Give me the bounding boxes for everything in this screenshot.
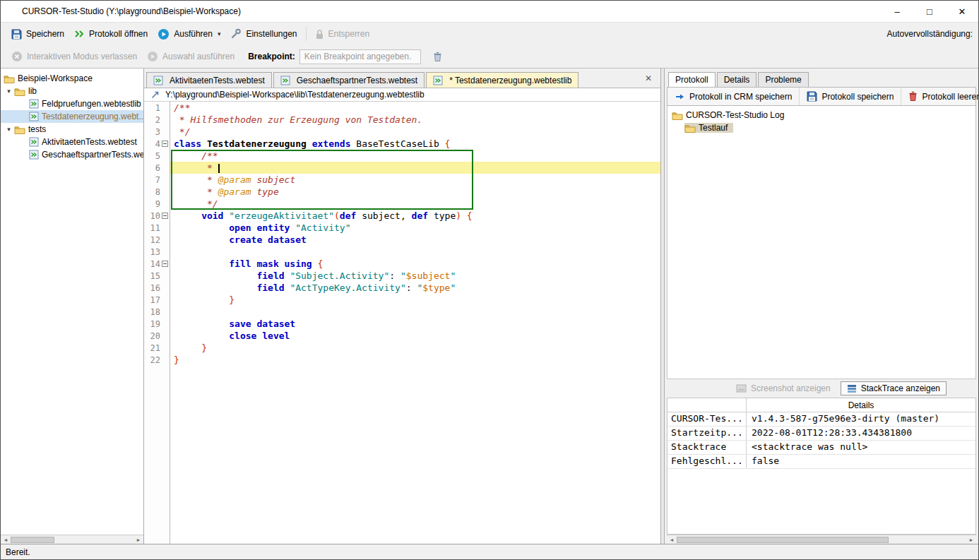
code-line-6[interactable]: *: [170, 162, 660, 174]
show-stacktrace-button[interactable]: StackTrace anzeigen: [841, 381, 947, 395]
code-line-14[interactable]: fill mask using {: [170, 258, 660, 270]
tab-probleme[interactable]: Probleme: [758, 72, 808, 87]
details-row-cursor-tes[interactable]: CURSOR-Tes...v1.4.3-587-g75e96e3-dirty (…: [668, 412, 975, 427]
clear-protocol-button[interactable]: Protokoll leeren: [901, 88, 979, 105]
run-dropdown-caret-icon[interactable]: ▾: [218, 30, 221, 37]
details-row-stacktrace[interactable]: Stacktrace<stacktrace was null>: [668, 441, 975, 455]
sidebar-item-lib[interactable]: ▾lib: [1, 85, 143, 97]
code-token: fill mask using: [174, 258, 318, 269]
delete-breakpoint-button[interactable]: [428, 49, 447, 64]
red-trash-icon: [908, 91, 918, 102]
tree-expand-arrow-icon[interactable]: ▾: [4, 126, 14, 133]
gutter-line-4[interactable]: 4: [144, 138, 170, 150]
gutter-line-19[interactable]: 19: [144, 318, 170, 330]
code-line-8[interactable]: * @param type: [170, 186, 660, 198]
gutter-line-20[interactable]: 20: [144, 330, 170, 342]
code-line-11[interactable]: open entity "Activity": [170, 222, 660, 234]
close-tab-icon[interactable]: ✕: [636, 73, 660, 83]
log-tree-item-testlauf[interactable]: Testlauf: [668, 121, 975, 134]
gutter-line-13[interactable]: 13: [144, 246, 170, 258]
save-protocol-button[interactable]: Protokoll speichern: [800, 88, 901, 105]
log-tree-item-cursor-test-studio-log[interactable]: CURSOR-Test-Studio Log: [668, 109, 975, 121]
code-line-13[interactable]: [170, 246, 660, 258]
close-button[interactable]: ✕: [946, 1, 978, 22]
tree-expand-arrow-icon[interactable]: ▾: [4, 88, 14, 95]
save-button[interactable]: Speichern: [6, 27, 69, 42]
code-line-18[interactable]: [170, 306, 660, 318]
gutter-line-21[interactable]: 21: [144, 342, 170, 354]
sidebar-item-aktivitaetentests-webtest[interactable]: AktivitaetenTests.webtest: [1, 136, 143, 148]
gutter-line-5[interactable]: 5: [144, 150, 170, 162]
gutter-line-6[interactable]: 6: [144, 162, 170, 174]
editor-tab-geschaeftspartnertests-webtest[interactable]: GeschaeftspartnerTests.webtest: [273, 72, 425, 88]
gutter-line-15[interactable]: 15: [144, 270, 170, 282]
gutter-line-22[interactable]: 22: [144, 354, 170, 366]
gutter-line-12[interactable]: 12: [144, 234, 170, 246]
fold-marker-icon[interactable]: [162, 213, 168, 219]
scrollbar-thumb[interactable]: [677, 537, 889, 543]
gutter-line-10[interactable]: 10: [144, 210, 170, 222]
code-line-10[interactable]: void "erzeugeAktivitaet"(def subject, de…: [170, 210, 660, 222]
gutter-line-3[interactable]: 3: [144, 126, 170, 138]
gutter-line-18[interactable]: 18: [144, 306, 170, 318]
gutter-line-11[interactable]: 11: [144, 222, 170, 234]
gutter-line-2[interactable]: 2: [144, 114, 170, 126]
code-line-15[interactable]: field "Subject.Activity": "$subject": [170, 270, 660, 282]
save-protocol-crm-button[interactable]: Protokoll in CRM speichern: [668, 88, 800, 105]
tab-details[interactable]: Details: [717, 72, 757, 87]
log-item[interactable]: Testlauf: [684, 123, 733, 133]
code-line-7[interactable]: * @param subject: [170, 174, 660, 186]
code-line-3[interactable]: */: [170, 126, 660, 138]
minimize-button[interactable]: –: [881, 1, 913, 22]
scrollbar-thumb[interactable]: [11, 537, 54, 543]
code-line-4[interactable]: class Testdatenerzeugung extends BaseTes…: [170, 138, 660, 150]
gutter-line-14[interactable]: 14: [144, 258, 170, 270]
editor-tab-testdatenerzeugung-webtestlib[interactable]: * Testdatenerzeugung.webtestlib: [426, 72, 578, 88]
gutter-line-7[interactable]: 7: [144, 174, 170, 186]
line-number: 8: [144, 187, 162, 197]
code-area[interactable]: /** * Hilfsmethoden zur Erzeugung von Te…: [170, 102, 660, 544]
details-horizontal-scrollbar[interactable]: ◄ ►: [667, 535, 976, 544]
gutter-line-17[interactable]: 17: [144, 294, 170, 306]
sidebar-horizontal-scrollbar[interactable]: ◄ ►: [1, 535, 143, 544]
details-row-startzeitp[interactable]: Startzeitp...2022-08-01T12:28:33.4343818…: [668, 427, 975, 441]
gutter-line-8[interactable]: 8: [144, 186, 170, 198]
code-line-9[interactable]: */: [170, 198, 660, 210]
code-line-21[interactable]: }: [170, 342, 660, 354]
code-line-12[interactable]: create dataset: [170, 234, 660, 246]
fold-marker-icon[interactable]: [162, 141, 168, 147]
maximize-editor-icon[interactable]: [144, 90, 165, 100]
settings-button[interactable]: Einstellungen: [225, 26, 302, 42]
fold-marker-icon[interactable]: [162, 261, 168, 267]
sidebar-item-testdatenerzeugung-webt[interactable]: Testdatenerzeugung.webt...: [1, 110, 143, 123]
scroll-left-icon[interactable]: ◄: [667, 537, 677, 542]
code-line-19[interactable]: save dataset: [170, 318, 660, 330]
run-button[interactable]: Ausführen ▾: [153, 26, 225, 42]
scroll-right-icon[interactable]: ►: [134, 537, 143, 542]
scroll-left-icon[interactable]: ◄: [1, 537, 11, 542]
gutter-line-16[interactable]: 16: [144, 282, 170, 294]
tab-protokoll[interactable]: Protokoll: [668, 72, 716, 87]
save-protocol-crm-label: Protokoll in CRM speichern: [689, 92, 792, 102]
code-line-17[interactable]: }: [170, 294, 660, 306]
editor-gutter[interactable]: 12345678910111213141516171819202122: [144, 102, 170, 544]
code-line-5[interactable]: /**: [170, 150, 660, 162]
maximize-button[interactable]: □: [913, 1, 946, 22]
sidebar-item-feldpruefungen-webtestlib[interactable]: Feldpruefungen.webtestlib: [1, 97, 143, 110]
details-row-fehlgeschl[interactable]: Fehlgeschl...false: [668, 455, 975, 469]
code-line-2[interactable]: * Hilfsmethoden zur Erzeugung von Testda…: [170, 114, 660, 126]
open-protocol-button[interactable]: Protokoll öffnen: [69, 27, 153, 41]
code-line-20[interactable]: close level: [170, 330, 660, 342]
code-line-1[interactable]: /**: [170, 102, 660, 114]
scroll-right-icon[interactable]: ►: [966, 537, 976, 542]
gutter-line-9[interactable]: 9: [144, 198, 170, 210]
code-line-16[interactable]: field "ActTypeKey.Activity": "$type": [170, 282, 660, 294]
sidebar-item-beispiel-workspace[interactable]: Beispiel-Workspace: [1, 72, 143, 85]
code-token: void: [174, 210, 229, 221]
sidebar-item-geschaeftspartnertests-we[interactable]: GeschaeftspartnerTests.we...: [1, 148, 143, 161]
gutter-line-1[interactable]: 1: [144, 102, 170, 114]
editor-tab-aktivitaetentests-webtest[interactable]: AktivitaetenTests.webtest: [146, 72, 272, 88]
log-item[interactable]: CURSOR-Test-Studio Log: [672, 110, 784, 120]
code-line-22[interactable]: }: [170, 354, 660, 366]
sidebar-item-tests[interactable]: ▾tests: [1, 123, 143, 136]
